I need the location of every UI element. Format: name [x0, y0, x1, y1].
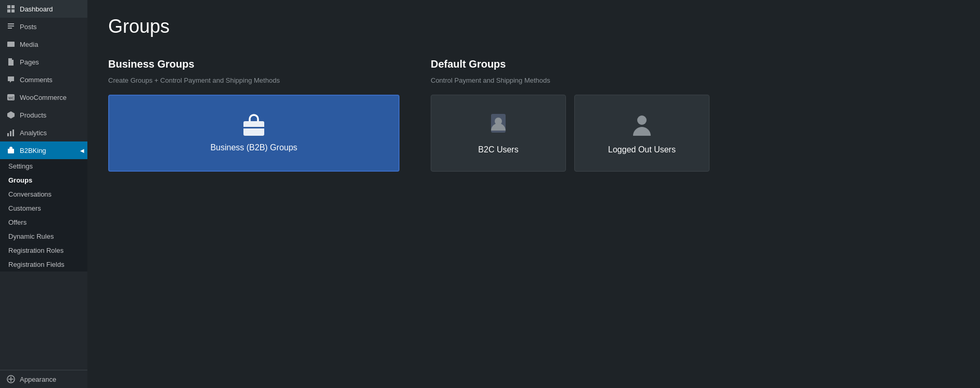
sidebar-item-analytics[interactable]: Analytics: [0, 124, 87, 141]
sidebar-label-media: Media: [20, 41, 38, 48]
logged-out-card-label: Logged Out Users: [608, 145, 676, 154]
svg-rect-13: [8, 149, 14, 153]
submenu-dynamic-rules[interactable]: Dynamic Rules: [0, 229, 87, 243]
media-icon: [6, 40, 16, 49]
sidebar-label-appearance: Appearance: [20, 376, 56, 383]
b2c-card-label: B2C Users: [478, 145, 518, 154]
business-card-label: Business (B2B) Groups: [210, 143, 297, 152]
default-groups-section: Default Groups Control Payment and Shipp…: [431, 58, 710, 172]
default-groups-desc: Control Payment and Shipping Methods: [431, 76, 710, 84]
svg-rect-10: [7, 133, 9, 136]
b2bking-icon: [6, 146, 16, 155]
default-groups-title: Default Groups: [431, 58, 710, 70]
pages-icon: [6, 57, 16, 67]
svg-rect-11: [10, 131, 11, 136]
logged-out-user-icon: [631, 112, 653, 139]
sidebar-label-comments: Comments: [20, 76, 53, 84]
b2bking-menu-item[interactable]: B2BKing ◀: [0, 141, 87, 159]
page-title: Groups: [108, 16, 959, 37]
briefcase-icon: [241, 114, 266, 137]
svg-text:WC: WC: [8, 96, 15, 100]
sidebar-item-media[interactable]: Media: [0, 35, 87, 53]
woocommerce-icon: WC: [6, 93, 16, 102]
sidebar-label-products: Products: [20, 111, 46, 119]
sidebar-label-pages: Pages: [20, 58, 39, 66]
submenu-registration-fields[interactable]: Registration Fields: [0, 257, 87, 271]
sidebar-item-comments[interactable]: Comments: [0, 71, 87, 88]
sidebar-item-products[interactable]: Products: [0, 106, 87, 124]
dashboard-icon: [6, 4, 16, 14]
business-groups-title: Business Groups: [108, 58, 399, 70]
groups-container: Business Groups Create Groups + Control …: [108, 58, 959, 172]
sidebar-label-dashboard: Dashboard: [20, 5, 53, 13]
svg-rect-12: [12, 130, 14, 136]
submenu-conversations[interactable]: Conversations: [0, 187, 87, 201]
comments-icon: [6, 75, 16, 84]
business-groups-section: Business Groups Create Groups + Control …: [108, 58, 399, 172]
sidebar-item-appearance[interactable]: Appearance: [0, 370, 87, 388]
default-cards-row: B2C Users Logged Out Users: [431, 95, 710, 172]
b2bking-arrow-icon: ◀: [80, 148, 84, 153]
logged-out-users-card[interactable]: Logged Out Users: [574, 95, 710, 172]
svg-rect-0: [7, 5, 10, 8]
sidebar-label-woocommerce: WooCommerce: [20, 94, 67, 101]
sidebar-label-posts: Posts: [20, 23, 37, 31]
sidebar-item-woocommerce[interactable]: WC WooCommerce: [0, 88, 87, 106]
submenu-settings[interactable]: Settings: [0, 159, 87, 173]
b2bking-section: B2BKing ◀ Settings Groups Conversations …: [0, 141, 87, 271]
sidebar-label-analytics: Analytics: [20, 129, 47, 137]
sidebar-item-dashboard[interactable]: Dashboard: [0, 0, 87, 18]
business-groups-desc: Create Groups + Control Payment and Ship…: [108, 76, 399, 84]
main-content: Groups Business Groups Create Groups + C…: [87, 0, 980, 388]
posts-icon: [6, 22, 16, 31]
submenu-offers[interactable]: Offers: [0, 215, 87, 229]
svg-point-19: [637, 115, 647, 125]
b2bking-label: B2BKing: [20, 147, 46, 154]
b2c-users-card[interactable]: B2C Users: [431, 95, 566, 172]
business-b2b-card[interactable]: Business (B2B) Groups: [108, 95, 399, 172]
analytics-icon: [6, 128, 16, 137]
submenu-customers[interactable]: Customers: [0, 201, 87, 215]
svg-rect-3: [11, 9, 15, 12]
sidebar: Dashboard Posts Media Pages Comments WC …: [0, 0, 87, 388]
submenu-registration-roles[interactable]: Registration Roles: [0, 243, 87, 257]
b2c-user-icon: [486, 112, 511, 139]
svg-rect-2: [7, 9, 10, 12]
b2bking-submenu: Settings Groups Conversations Customers …: [0, 159, 87, 271]
products-icon: [6, 110, 16, 120]
sidebar-item-posts[interactable]: Posts: [0, 18, 87, 35]
submenu-groups[interactable]: Groups: [0, 173, 87, 187]
svg-rect-16: [243, 127, 264, 128]
appearance-icon: [6, 374, 16, 384]
svg-rect-1: [11, 5, 15, 8]
sidebar-item-pages[interactable]: Pages: [0, 53, 87, 71]
